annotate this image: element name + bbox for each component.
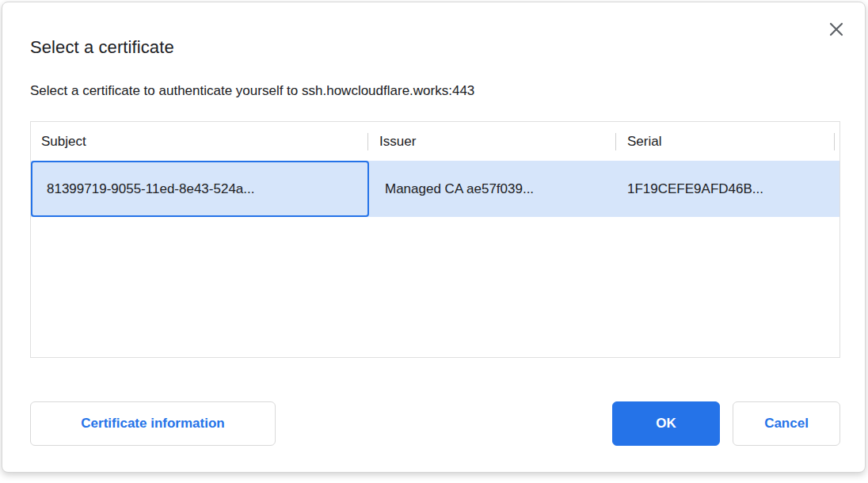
cell-serial: 1F19CEFE9AFD46B... <box>616 161 839 217</box>
page-title: Select a certificate <box>30 37 174 58</box>
close-icon <box>829 22 843 36</box>
dialog-subtitle: Select a certificate to authenticate you… <box>30 83 474 99</box>
certificate-information-button[interactable]: Certificate information <box>30 401 276 446</box>
ok-button[interactable]: OK <box>612 401 720 446</box>
cell-issuer: Managed CA ae57f039... <box>369 161 616 217</box>
certificate-row-selected[interactable]: 81399719-9055-11ed-8e43-524a... Managed … <box>31 161 839 217</box>
close-button[interactable] <box>825 18 847 40</box>
column-header-serial: Serial <box>616 122 835 161</box>
cancel-button[interactable]: Cancel <box>733 401 840 446</box>
column-header-issuer: Issuer <box>368 122 616 161</box>
certificate-select-dialog: Select a certificate Select a certificat… <box>2 2 866 473</box>
cell-subject: 81399719-9055-11ed-8e43-524a... <box>31 161 369 217</box>
column-header-subject: Subject <box>31 122 368 161</box>
table-header-row: Subject Issuer Serial <box>31 122 839 161</box>
certificate-table: Subject Issuer Serial 81399719-9055-11ed… <box>30 121 840 358</box>
